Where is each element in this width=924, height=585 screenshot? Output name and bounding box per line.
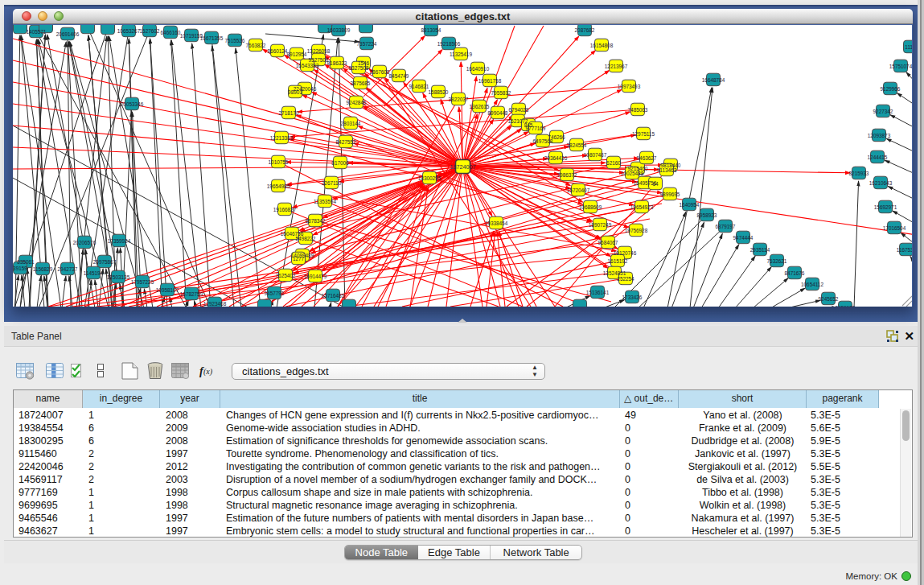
svg-text:15720407: 15720407 [567, 187, 590, 193]
svg-text:2456123: 2456123 [836, 305, 856, 307]
svg-text:2942737: 2942737 [58, 266, 78, 272]
svg-text:16782759: 16782759 [180, 291, 203, 297]
svg-text:19218506: 19218506 [437, 41, 461, 47]
svg-text:13524851: 13524851 [603, 270, 626, 276]
svg-text:9245652: 9245652 [819, 296, 839, 302]
svg-text:15692971: 15692971 [874, 204, 897, 210]
svg-text:3822037: 3822037 [449, 97, 469, 102]
svg-text:10807487: 10807487 [584, 152, 607, 158]
svg-text:7986372: 7986372 [557, 172, 577, 178]
svg-text:2803144: 2803144 [341, 121, 361, 126]
svg-text:1405571: 1405571 [27, 29, 47, 35]
svg-text:62160: 62160 [606, 160, 621, 166]
svg-text:7632621: 7632621 [767, 258, 787, 264]
svg-text:7515526: 7515526 [225, 38, 245, 43]
svg-text:15716485: 15716485 [322, 293, 345, 299]
svg-text:9899695: 9899695 [660, 192, 680, 197]
svg-text:835061: 835061 [17, 259, 35, 265]
svg-text:16914479: 16914479 [304, 274, 327, 279]
svg-text:9684067: 9684067 [598, 240, 618, 245]
svg-text:9129966: 9129966 [881, 86, 901, 92]
svg-text:17016504: 17016504 [883, 225, 906, 231]
svg-text:8958923: 8958923 [697, 212, 717, 218]
svg-text:19756928: 19756928 [625, 228, 648, 233]
svg-text:1527602: 1527602 [140, 28, 160, 34]
svg-text:19654985: 19654985 [267, 183, 290, 189]
svg-text:12213967: 12213967 [605, 64, 628, 69]
svg-text:16210643: 16210643 [869, 180, 893, 186]
svg-text:1010755: 1010755 [269, 159, 289, 165]
svg-text:20053346: 20053346 [121, 101, 144, 107]
svg-text:1277: 1277 [293, 256, 305, 262]
svg-text:6497568: 6497568 [533, 138, 553, 144]
svg-text:10973493: 10973493 [618, 84, 641, 89]
svg-text:16033809: 16033809 [327, 27, 351, 33]
svg-text:3824554: 3824554 [567, 142, 587, 148]
svg-text:12093873: 12093873 [868, 133, 891, 138]
svg-text:12923468: 12923468 [203, 301, 227, 307]
svg-text:8186323: 8186323 [327, 60, 347, 66]
svg-text:16154808: 16154808 [590, 43, 614, 48]
svg-text:10120746: 10120746 [614, 250, 637, 256]
svg-text:2867608: 2867608 [370, 69, 390, 75]
svg-text:7485063: 7485063 [628, 107, 648, 113]
svg-text:9327506: 9327506 [309, 57, 329, 63]
svg-text:1117: 1117 [905, 44, 912, 50]
svg-text:9457791: 9457791 [265, 290, 285, 296]
svg-text:9146821: 9146821 [409, 84, 429, 89]
svg-text:8471676: 8471676 [785, 270, 805, 276]
svg-text:9474444: 9474444 [733, 235, 754, 241]
svg-text:10688609: 10688609 [579, 204, 602, 210]
svg-text:8215933: 8215933 [849, 171, 869, 176]
svg-text:12503135: 12503135 [107, 274, 130, 280]
svg-text:10958107: 10958107 [156, 287, 179, 293]
svg-text:1588520: 1588520 [429, 89, 449, 95]
svg-text:16671355: 16671355 [200, 35, 224, 41]
svg-text:5498222: 5498222 [296, 236, 316, 241]
svg-text:7357224: 7357224 [357, 41, 377, 47]
svg-text:6794028: 6794028 [509, 107, 529, 113]
svg-text:1733426: 1733426 [622, 295, 643, 300]
svg-text:11353594: 11353594 [314, 199, 336, 204]
svg-text:3267110: 3267110 [322, 180, 342, 186]
svg-text:18907249: 18907249 [589, 222, 612, 228]
svg-text:12213383: 12213383 [270, 135, 294, 141]
svg-text:8813054: 8813054 [421, 27, 441, 33]
svg-text:18724007: 18724007 [450, 163, 476, 171]
svg-text:20691406: 20691406 [56, 31, 80, 37]
svg-text:8660124: 8660124 [268, 48, 288, 54]
svg-text:19166827: 19166827 [273, 207, 297, 212]
svg-text:16648784: 16648784 [702, 77, 725, 83]
svg-text:8454749: 8454749 [389, 73, 409, 79]
svg-text:18300295: 18300295 [418, 175, 441, 181]
svg-text:11325419: 11325419 [450, 51, 472, 57]
svg-text:1156829: 1156829 [33, 266, 53, 272]
svg-text:(x): (x) [203, 367, 213, 377]
svg-text:817006: 817006 [331, 160, 349, 166]
svg-text:98901: 98901 [288, 89, 302, 95]
svg-text:17359924: 17359924 [108, 238, 131, 244]
svg-text:2087682: 2087682 [575, 27, 595, 33]
svg-text:19654923: 19654923 [630, 204, 654, 210]
svg-text:20364436: 20364436 [544, 155, 568, 161]
svg-text:1244415: 1244415 [868, 154, 888, 160]
svg-text:1145194: 1145194 [84, 270, 104, 276]
svg-text:2935114: 2935114 [750, 247, 770, 253]
svg-text:1640954: 1640954 [680, 202, 700, 208]
svg-text:16640910: 16640910 [466, 66, 490, 72]
svg-text:15751074: 15751074 [889, 64, 912, 69]
svg-text:20206576: 20206576 [73, 240, 97, 245]
svg-text:15136141: 15136141 [586, 290, 610, 295]
svg-text:64: 64 [652, 181, 659, 187]
svg-text:6466160: 6466160 [161, 30, 181, 35]
svg-text:7625402: 7625402 [276, 273, 296, 278]
svg-text:7955812: 7955812 [491, 90, 511, 96]
svg-text:10653267: 10653267 [117, 28, 141, 34]
svg-text:8427552: 8427552 [336, 139, 356, 145]
svg-text:20975867: 20975867 [93, 259, 117, 265]
svg-text:7663822: 7663822 [246, 43, 266, 48]
svg-text:9113463: 9113463 [657, 167, 677, 173]
svg-text:16961758: 16961758 [478, 78, 502, 84]
svg-text:6879197: 6879197 [716, 224, 736, 229]
svg-text:9242846: 9242846 [347, 100, 367, 105]
